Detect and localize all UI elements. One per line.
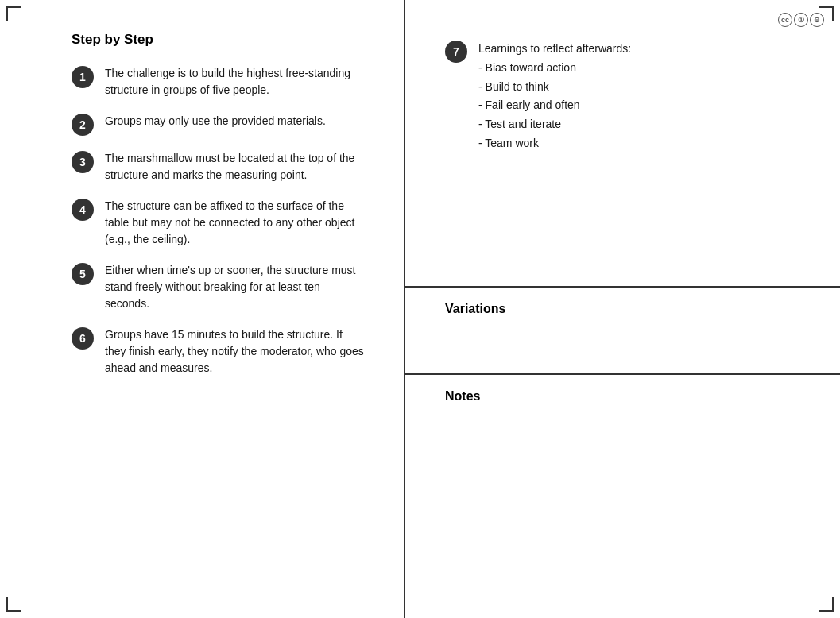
cc-icon-cc: cc	[778, 13, 792, 27]
right-column: cc ① ⊖ 7 Learnings to reflect afterwards…	[405, 0, 840, 618]
notes-section: Notes	[405, 373, 840, 618]
step-7-content: Learnings to reflect afterwards: - Bias …	[478, 40, 631, 153]
step-item-2: 2 Groups may only use the provided mater…	[72, 113, 364, 136]
learnings-intro: Learnings to reflect afterwards: - Bias …	[478, 40, 631, 153]
step-text-5: Either when time's up or sooner, the str…	[105, 262, 364, 312]
section-title: Step by Step	[72, 32, 364, 48]
step-text-6: Groups have 15 minutes to build the stru…	[105, 326, 364, 377]
learning-item-1: - Bias toward action	[478, 59, 631, 78]
right-top-section: 7 Learnings to reflect afterwards: - Bia…	[405, 0, 840, 286]
step-icon-4: 4	[72, 199, 94, 221]
step-item-4: 4 The structure can be affixed to the su…	[72, 198, 364, 248]
step-icon-2: 2	[72, 114, 94, 136]
step-item-3: 3 The marshmallow must be located at the…	[72, 150, 364, 183]
step-text-3: The marshmallow must be located at the t…	[105, 150, 364, 183]
variations-title: Variations	[445, 302, 808, 316]
cc-icon-sa: ⊖	[810, 13, 824, 27]
step-icon-3: 3	[72, 151, 94, 173]
cc-icons-area: cc ① ⊖	[778, 13, 824, 27]
learning-item-2: - Build to think	[478, 78, 631, 97]
variations-section: Variations	[405, 286, 840, 373]
step-item-1: 1 The challenge is to build the highest …	[72, 65, 364, 98]
step-item-5: 5 Either when time's up or sooner, the s…	[72, 262, 364, 312]
step-item-6: 6 Groups have 15 minutes to build the st…	[72, 326, 364, 377]
step-list: 1 The challenge is to build the highest …	[72, 65, 364, 377]
step-icon-1: 1	[72, 66, 94, 88]
step-icon-7: 7	[445, 41, 467, 63]
cc-icon-by: ①	[794, 13, 808, 27]
step-icon-5: 5	[72, 263, 94, 285]
notes-title: Notes	[445, 389, 808, 404]
step-text-1: The challenge is to build the highest fr…	[105, 65, 364, 98]
learning-item-5: - Team work	[478, 134, 631, 153]
page-wrapper: Step by Step 1 The challenge is to build…	[0, 0, 840, 618]
step-7-wrapper: 7 Learnings to reflect afterwards: - Bia…	[445, 40, 808, 153]
learning-item-4: - Test and iterate	[478, 115, 631, 134]
left-column: Step by Step 1 The challenge is to build…	[0, 0, 405, 618]
step-text-4: The structure can be affixed to the surf…	[105, 198, 364, 248]
step-text-2: Groups may only use the provided materia…	[105, 113, 326, 129]
step-icon-6: 6	[72, 327, 94, 350]
learning-item-3: - Fail early and often	[478, 96, 631, 115]
